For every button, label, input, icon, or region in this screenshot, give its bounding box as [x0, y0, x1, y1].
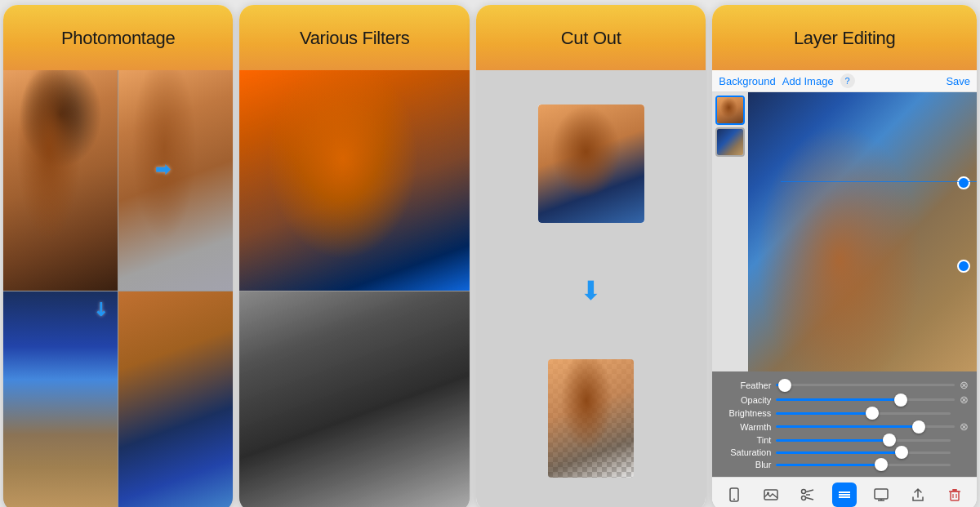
photomontage-header: Photomontage — [3, 5, 233, 70]
slider-track-brightness[interactable] — [776, 412, 951, 415]
image-tool[interactable] — [759, 483, 783, 507]
phone-icon — [727, 487, 742, 502]
svg-rect-12 — [875, 489, 888, 499]
slider-track-tint[interactable] — [776, 439, 951, 442]
trash-tool[interactable] — [942, 483, 967, 507]
layer-thumb-1[interactable] — [715, 96, 745, 125]
bottom-toolbar — [712, 477, 977, 507]
slider-label-brightness: Brightness — [720, 408, 771, 418]
slider-row-tint: Tint — [720, 435, 969, 445]
slider-row-opacity: Opacity⊗ — [720, 394, 969, 406]
add-image-btn[interactable]: Add Image — [782, 75, 834, 87]
slider-track-feather[interactable] — [776, 384, 955, 386]
cut-out-panel: Cut Out ⬇ — [476, 5, 706, 507]
filter-color-photo — [239, 70, 469, 291]
layer-editing-title: Layer Editing — [794, 28, 896, 49]
layer-main-area — [712, 92, 977, 371]
slider-fill-saturation — [776, 451, 902, 454]
background-btn[interactable]: Background — [719, 75, 775, 87]
slider-thumb-tint[interactable] — [883, 434, 896, 447]
selection-handle-top[interactable] — [957, 176, 970, 189]
layer-thumb-2[interactable] — [715, 127, 745, 157]
slider-row-warmth: Warmth⊗ — [720, 420, 969, 433]
layer-thumb-2-image — [717, 129, 743, 155]
slider-thumb-blur[interactable] — [875, 458, 888, 471]
woman-cutout-after — [548, 359, 634, 478]
slider-thumb-feather[interactable] — [778, 379, 791, 392]
slider-row-feather: Feather⊗ — [720, 379, 969, 391]
photo-cell-composite — [118, 291, 233, 507]
help-btn[interactable]: ? — [840, 73, 855, 88]
layer-editing-header: Layer Editing — [712, 5, 977, 70]
layer-thumb-1-image — [717, 97, 743, 123]
photomontage-title: Photomontage — [61, 28, 176, 49]
scissors-icon — [800, 487, 815, 502]
slider-fill-brightness — [776, 412, 872, 415]
filters-title: Various Filters — [300, 28, 409, 49]
layer-toolbar: Background Add Image ? Save — [712, 70, 977, 92]
slider-track-warmth[interactable] — [776, 425, 955, 428]
slider-track-opacity[interactable] — [776, 398, 955, 401]
cutout-title: Cut Out — [561, 28, 621, 49]
photomontage-panel: Photomontage ➡ ↘ — [3, 5, 233, 507]
woman-cutout-before — [538, 105, 644, 223]
cutout-item-after — [548, 359, 634, 478]
layer-editing-panel: Layer Editing Background Add Image ? Sav… — [712, 5, 977, 507]
woman-hat-photo-2 — [118, 70, 233, 291]
layers-tool[interactable] — [832, 483, 857, 507]
filters-grid — [239, 70, 469, 507]
cathedral-photo — [3, 291, 118, 507]
slider-close-warmth[interactable]: ⊗ — [960, 420, 969, 433]
filters-header: Various Filters — [239, 5, 469, 70]
layer-thumbnails-sidebar — [712, 92, 748, 371]
slider-thumb-opacity[interactable] — [894, 394, 907, 407]
slider-thumb-warmth[interactable] — [912, 420, 925, 434]
photomontage-content: ➡ ↘ — [3, 70, 233, 507]
phone-tool[interactable] — [722, 483, 746, 507]
filters-content — [239, 70, 469, 507]
photo-cell-cathedral: ↘ — [3, 291, 118, 507]
arrow-right-icon: ➡ — [155, 159, 170, 180]
slider-thumb-saturation[interactable] — [895, 446, 908, 459]
woman-color-filtered — [239, 70, 469, 291]
cut-tool[interactable] — [795, 483, 820, 507]
woman-bw-filtered — [239, 291, 469, 507]
svg-line-6 — [806, 490, 813, 492]
slider-label-feather: Feather — [720, 380, 771, 390]
monitor-tool[interactable] — [869, 483, 893, 507]
photo-cell-woman-upper-right: ➡ — [118, 70, 233, 291]
slider-label-blur: Blur — [720, 460, 771, 469]
slider-thumb-brightness[interactable] — [866, 407, 879, 420]
export-icon — [911, 487, 925, 502]
slider-track-saturation[interactable] — [776, 451, 951, 454]
slider-fill-warmth — [776, 425, 919, 428]
various-filters-panel: Various Filters — [239, 5, 469, 507]
cutout-items: ⬇ — [476, 70, 706, 507]
slider-label-warmth: Warmth — [720, 422, 771, 432]
arrow-down-icon: ⬇ — [580, 275, 602, 306]
layers-icon — [837, 487, 852, 502]
export-tool[interactable] — [906, 483, 930, 507]
svg-point-4 — [802, 496, 806, 500]
slider-track-blur[interactable] — [776, 464, 951, 466]
sliders-container: Feather⊗Opacity⊗BrightnessWarmth⊗TintSat… — [720, 379, 969, 469]
slider-close-feather[interactable]: ⊗ — [960, 379, 969, 391]
filter-bw-photo — [239, 291, 469, 507]
save-btn[interactable]: Save — [946, 75, 970, 87]
slider-close-opacity[interactable]: ⊗ — [960, 394, 969, 406]
layer-editing-content: Background Add Image ? Save — [712, 70, 977, 507]
svg-line-7 — [806, 498, 813, 500]
slider-fill-opacity — [776, 398, 901, 401]
sliders-panel: Feather⊗Opacity⊗BrightnessWarmth⊗TintSat… — [712, 371, 977, 477]
layer-main-photo — [748, 92, 977, 371]
monitor-icon — [874, 487, 889, 502]
slider-label-opacity: Opacity — [720, 395, 771, 405]
slider-row-brightness: Brightness — [720, 408, 969, 418]
layer-canvas[interactable] — [748, 92, 977, 371]
cutout-header: Cut Out — [476, 5, 706, 70]
svg-point-1 — [733, 499, 735, 500]
trash-icon — [947, 487, 962, 502]
slider-row-saturation: Saturation — [720, 447, 969, 457]
svg-rect-15 — [951, 491, 959, 500]
selection-line-h — [781, 181, 977, 182]
